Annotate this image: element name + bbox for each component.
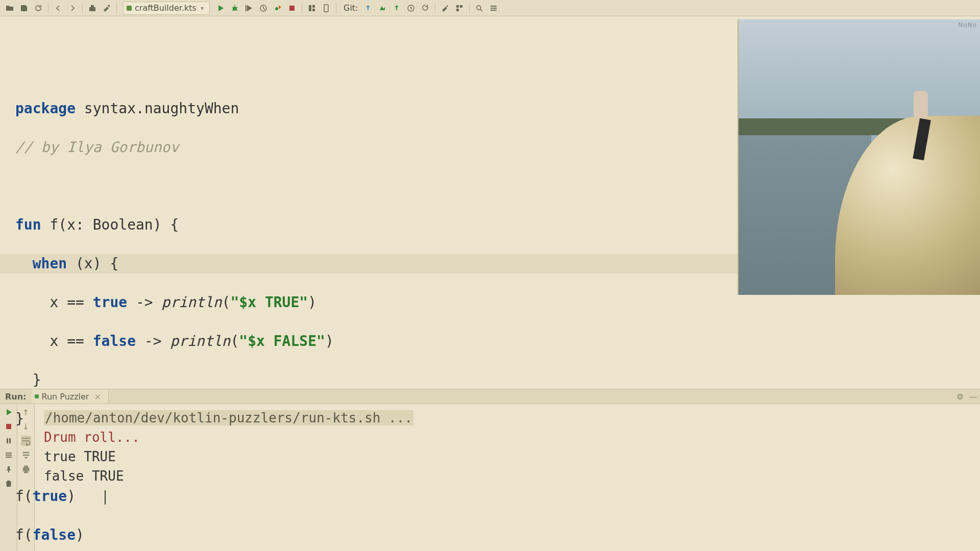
svg-point-15 <box>477 6 481 10</box>
save-all-icon[interactable] <box>17 2 31 15</box>
svg-rect-13 <box>460 5 462 8</box>
git-commit-icon[interactable] <box>376 2 389 15</box>
trash-icon[interactable] <box>4 479 14 489</box>
svg-rect-16 <box>491 6 497 7</box>
run-coverage-icon[interactable] <box>242 2 256 15</box>
open-icon[interactable] <box>3 2 16 15</box>
run-config-combo[interactable]: craftBuilder.kts <box>123 2 210 15</box>
text-caret <box>105 490 106 505</box>
console-actions-gutter <box>0 404 17 551</box>
attach-debug-icon[interactable] <box>271 2 284 15</box>
git-history-icon[interactable] <box>404 2 418 15</box>
debug-icon[interactable] <box>228 2 241 15</box>
svg-rect-6 <box>289 6 295 11</box>
svg-rect-24 <box>6 457 12 458</box>
more-icon[interactable] <box>487 2 500 15</box>
dump-threads-icon[interactable] <box>4 450 14 460</box>
stop-icon[interactable] <box>4 421 14 432</box>
pin-icon[interactable] <box>4 464 14 474</box>
build-icon[interactable] <box>86 2 99 15</box>
ide-settings-icon[interactable] <box>438 2 452 15</box>
svg-rect-17 <box>491 8 497 9</box>
run-config-name: craftBuilder.kts <box>135 3 197 13</box>
pause-icon[interactable] <box>4 436 14 446</box>
git-update-icon[interactable] <box>361 2 375 15</box>
search-icon[interactable] <box>473 2 486 15</box>
code-editor[interactable]: package syntax.naughtyWhen // by Ilya Go… <box>0 16 738 389</box>
project-structure-icon[interactable] <box>453 2 466 15</box>
svg-point-2 <box>233 7 237 11</box>
forward-icon[interactable] <box>66 2 79 15</box>
gear-icon[interactable]: ⚙ <box>953 392 967 402</box>
svg-rect-20 <box>7 438 8 443</box>
git-revert-icon[interactable] <box>419 2 432 15</box>
svg-rect-3 <box>246 5 247 11</box>
avd-icon[interactable] <box>320 2 333 15</box>
main-toolbar: craftBuilder.kts Git: <box>0 0 980 16</box>
svg-rect-19 <box>6 424 11 429</box>
svg-rect-12 <box>456 5 459 8</box>
svg-point-5 <box>275 7 278 10</box>
workspace: package syntax.naughtyWhen // by Ilya Go… <box>0 16 980 389</box>
run-icon[interactable] <box>214 2 227 15</box>
stop-icon[interactable] <box>285 2 299 15</box>
svg-rect-1 <box>91 5 94 7</box>
svg-rect-7 <box>309 5 311 11</box>
kw-package: package <box>15 100 76 117</box>
profile-icon[interactable] <box>257 2 270 15</box>
layout-icon[interactable] <box>305 2 318 15</box>
minimize-icon[interactable]: — <box>967 392 980 402</box>
refresh-icon[interactable] <box>32 2 45 15</box>
git-label: Git: <box>344 3 358 13</box>
svg-rect-9 <box>312 9 315 11</box>
svg-rect-21 <box>9 438 11 443</box>
svg-rect-23 <box>6 455 12 456</box>
rerun-icon[interactable] <box>4 407 14 417</box>
back-icon[interactable] <box>52 2 65 15</box>
svg-rect-8 <box>312 5 315 8</box>
presenter-video-overlay: NoNo <box>738 19 980 295</box>
svg-rect-10 <box>324 5 328 12</box>
svg-rect-22 <box>6 453 12 454</box>
svg-rect-0 <box>89 7 95 11</box>
git-push-icon[interactable] <box>390 2 403 15</box>
author-comment: // by Ilya Gorbunov <box>15 138 738 157</box>
svg-rect-18 <box>491 10 497 11</box>
svg-rect-14 <box>456 9 459 11</box>
video-watermark: NoNo <box>958 21 977 29</box>
hammer-icon[interactable] <box>100 2 113 15</box>
